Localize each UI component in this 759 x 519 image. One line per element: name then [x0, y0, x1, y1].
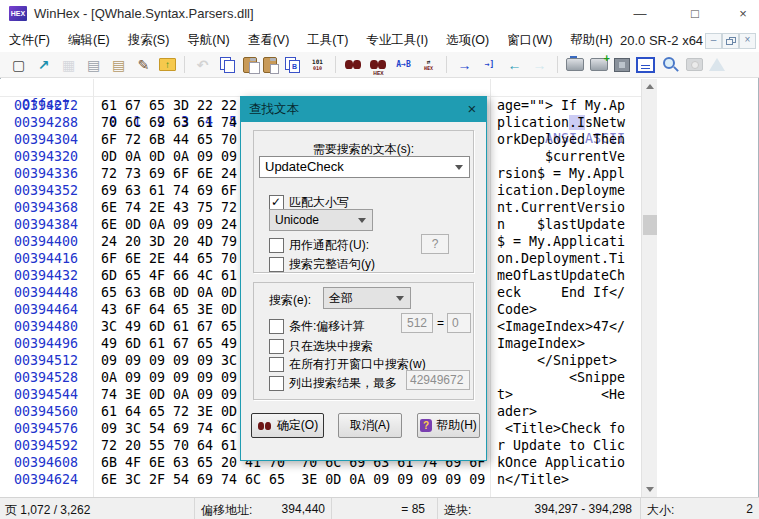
row-ascii-text[interactable]: r Update to Clic — [497, 437, 625, 454]
row-ascii-text[interactable]: nt.CurrentVersio — [497, 199, 625, 216]
ok-button[interactable]: 确定(O) — [251, 413, 324, 438]
list-results-checkbox[interactable]: 列出搜索结果，最多 — [269, 375, 397, 392]
open-ram-icon[interactable] — [614, 58, 630, 72]
menu-item-2[interactable]: 搜索(S) — [119, 28, 179, 52]
condition-checkbox[interactable]: 条件:偏移计算 — [269, 318, 364, 335]
row-hex-bytes[interactable]: 74 3E 0D 0A 09 09 — [101, 386, 237, 403]
row-hex-bytes[interactable]: 70 6C 69 63 61 74 — [101, 114, 237, 131]
goto-block-icon[interactable]: →] — [480, 56, 499, 74]
row-hex-bytes[interactable]: 6D 65 4F 66 4C 61 — [101, 267, 237, 284]
row-hex-bytes[interactable]: 6E 0D 0A 09 09 24 — [101, 216, 237, 233]
row-hex-bytes[interactable]: 6E 3C 2F 54 69 74 6C 65 3E 0D 0A 09 09 0… — [101, 471, 485, 488]
row-ascii-text[interactable]: ImageIndex> — [497, 335, 625, 352]
checkbox-icon[interactable] — [269, 257, 284, 272]
row-ascii-text[interactable]: $currentVe — [497, 148, 625, 165]
row-ascii-text[interactable]: </Snippet> — [497, 352, 625, 369]
close-icon[interactable]: × — [731, 3, 755, 24]
menu-item-0[interactable]: 文件(F) — [0, 28, 59, 52]
properties-icon[interactable]: ✎ — [134, 56, 153, 74]
row-hex-bytes[interactable]: 09 09 09 09 09 3C — [101, 352, 237, 369]
checkbox-icon[interactable] — [269, 319, 284, 334]
row-ascii-text[interactable]: t> <He — [497, 386, 625, 403]
scrollbar-thumb[interactable] — [643, 215, 657, 235]
row-ascii-text[interactable]: orkDeployed Then — [497, 131, 625, 148]
checkbox-icon[interactable] — [269, 339, 284, 354]
row-hex-bytes[interactable]: 3C 49 6D 61 67 65 — [101, 318, 237, 335]
row-hex-bytes[interactable]: 6F 72 6B 44 65 70 — [101, 131, 237, 148]
row-hex-bytes[interactable]: 72 20 55 70 64 61 — [101, 437, 237, 454]
checkbox-icon[interactable] — [269, 238, 284, 253]
menu-item-3[interactable]: 导航(N) — [178, 28, 238, 52]
dialog-close-icon[interactable]: × — [462, 97, 482, 122]
minimize-icon[interactable]: — — [628, 3, 652, 24]
row-ascii-text[interactable]: ader> — [497, 403, 625, 420]
open-file-icon[interactable]: ↗ — [34, 56, 53, 74]
paste-into-icon[interactable] — [243, 57, 257, 73]
mdi-restore-icon[interactable] — [722, 33, 739, 49]
row-ascii-text[interactable]: <Snippe — [497, 369, 625, 386]
row-hex-bytes[interactable]: 61 67 65 3D 22 22 — [101, 97, 237, 114]
checkbox-icon[interactable] — [269, 357, 284, 372]
row-hex-bytes[interactable]: 69 63 61 74 69 6F — [101, 182, 237, 199]
row-ascii-text[interactable]: plication.IsNetw — [497, 114, 625, 131]
replace-text-icon[interactable]: A→B — [394, 56, 413, 74]
row-ascii-text[interactable]: ication.Deployme — [497, 182, 625, 199]
calculator-icon[interactable] — [636, 57, 655, 73]
row-hex-bytes[interactable]: 49 6D 61 67 65 49 — [101, 335, 237, 352]
copy-icon[interactable] — [218, 56, 237, 74]
chevron-down-icon[interactable] — [396, 296, 404, 301]
row-ascii-text[interactable]: $ = My.Applicati — [497, 233, 625, 250]
cancel-button[interactable]: 取消(A) — [338, 413, 402, 438]
scroll-up-icon[interactable] — [642, 79, 658, 95]
binary-conversion-icon[interactable]: 101010 — [308, 56, 327, 74]
copy-hex-values-icon[interactable] — [283, 56, 302, 74]
mdi-minimize-icon[interactable]: – — [705, 33, 722, 49]
menu-item-7[interactable]: 选项(O) — [437, 28, 498, 52]
row-hex-bytes[interactable]: 6E 74 2E 43 75 72 — [101, 199, 237, 216]
row-ascii-text[interactable]: n</Title> — [497, 471, 625, 488]
scope-combobox[interactable]: 全部 — [323, 287, 411, 309]
row-hex-bytes[interactable]: 65 63 6B 0D 0A 0D — [101, 284, 237, 301]
row-ascii-text[interactable]: age=""> If My.Ap — [497, 97, 625, 114]
search-text-combobox[interactable]: UpdateCheck — [259, 156, 470, 178]
maximize-icon[interactable]: □ — [683, 3, 707, 24]
all-windows-checkbox[interactable]: 在所有打开窗口中搜索(w) — [269, 356, 426, 373]
new-file-icon[interactable]: ▢ — [9, 56, 28, 74]
checkbox-checked-icon[interactable] — [269, 195, 284, 210]
back-icon[interactable]: ← — [505, 56, 524, 74]
magnifier-icon[interactable] — [661, 56, 680, 74]
menu-item-5[interactable]: 工具(T) — [298, 28, 357, 52]
open-folder-icon[interactable]: ↑ — [159, 58, 176, 71]
row-hex-bytes[interactable]: 0D 0A 0D 0A 09 09 — [101, 148, 237, 165]
replace-hex-icon[interactable]: ⇄HEX — [419, 56, 438, 74]
open-disk-icon[interactable] — [566, 58, 584, 71]
clone-disk-icon[interactable] — [590, 58, 608, 71]
find-hex-icon[interactable]: HEX — [369, 56, 388, 74]
row-hex-bytes[interactable]: 61 64 65 72 3E 0D — [101, 403, 237, 420]
menu-item-1[interactable]: 编辑(E) — [59, 28, 119, 52]
scroll-down-icon[interactable] — [642, 481, 658, 497]
menu-item-6[interactable]: 专业工具(I) — [357, 28, 437, 52]
row-hex-bytes[interactable]: 6F 6E 2E 44 65 70 — [101, 250, 237, 267]
row-hex-bytes[interactable]: 24 20 3D 20 4D 79 — [101, 233, 237, 250]
row-ascii-text[interactable]: kOnce Applicatio — [497, 454, 625, 471]
row-ascii-text[interactable]: on.Deployment.Ti — [497, 250, 625, 267]
goto-offset-icon[interactable]: → — [455, 56, 474, 74]
menu-item-9[interactable]: 帮助(H) — [561, 28, 621, 52]
row-hex-bytes[interactable]: 43 6F 64 65 3E 0D — [101, 301, 237, 318]
menu-item-4[interactable]: 查看(V) — [239, 28, 299, 52]
wildcard-checkbox[interactable]: 用作通配符(U): — [269, 237, 369, 254]
row-hex-bytes[interactable]: 0A 09 09 09 09 09 — [101, 369, 237, 386]
row-ascii-text[interactable]: <ImageIndex>47</ — [497, 318, 625, 335]
row-ascii-text[interactable]: n $lastUpdate — [497, 216, 625, 233]
row-hex-bytes[interactable]: 09 3C 54 69 74 6C — [101, 420, 237, 437]
paste-icon[interactable] — [263, 57, 277, 73]
find-text-icon[interactable] — [344, 56, 363, 74]
row-ascii-text[interactable]: Code> — [497, 301, 625, 318]
whole-words-checkbox[interactable]: 搜索完整语句(y) — [269, 256, 375, 273]
row-ascii-text[interactable]: eck End If</ — [497, 284, 625, 301]
menu-item-8[interactable]: 窗口(W) — [498, 28, 561, 52]
checkbox-icon[interactable] — [269, 376, 284, 391]
row-hex-bytes[interactable]: 72 73 69 6F 6E 24 — [101, 165, 237, 182]
vertical-scrollbar[interactable] — [641, 79, 657, 497]
